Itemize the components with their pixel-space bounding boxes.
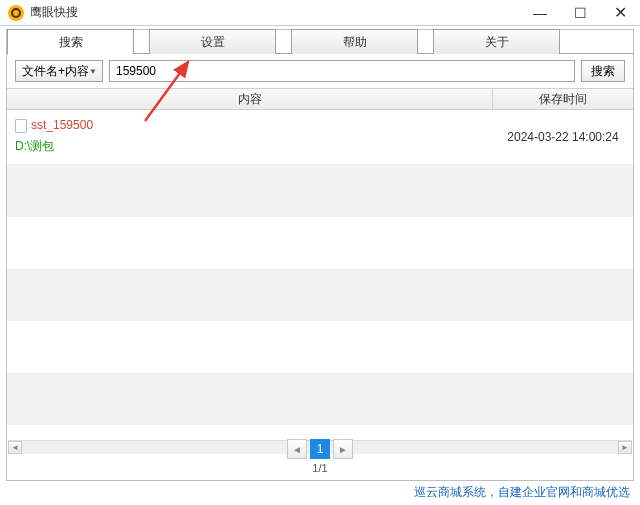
file-icon <box>15 119 27 133</box>
empty-row <box>7 269 633 321</box>
search-input[interactable] <box>109 60 575 82</box>
footer-link[interactable]: 巡云商城系统，自建企业官网和商城优选 <box>414 484 630 501</box>
page-next-button[interactable]: ► <box>333 439 353 459</box>
tab-help[interactable]: 帮助 <box>291 29 418 54</box>
col-time[interactable]: 保存时间 <box>493 89 633 109</box>
page-current[interactable]: 1 <box>310 439 330 459</box>
app-icon <box>8 5 24 21</box>
scope-label: 文件名+内容 <box>22 63 89 80</box>
pager: ◄ 1 ► 1/1 <box>7 439 633 475</box>
close-button[interactable]: ✕ <box>600 0 640 26</box>
maximize-button[interactable]: ☐ <box>560 0 600 26</box>
tab-about[interactable]: 关于 <box>433 29 560 54</box>
page-info: 1/1 <box>7 462 633 474</box>
empty-row <box>7 165 633 217</box>
empty-row <box>7 373 633 425</box>
col-content[interactable]: 内容 <box>7 89 493 109</box>
search-row: 文件名+内容 ▼ 搜索 <box>7 54 633 88</box>
cell-content: sst_159500 D:\测包 <box>7 110 493 164</box>
table-row[interactable]: sst_159500 D:\测包 2024-03-22 14:00:24 <box>7 110 633 165</box>
cell-time: 2024-03-22 14:00:24 <box>493 110 633 164</box>
file-name: sst_159500 <box>31 116 93 135</box>
title-bar: 鹰眼快搜 — ☐ ✕ <box>0 0 640 26</box>
file-line: sst_159500 <box>15 116 485 135</box>
file-path: D:\测包 <box>15 137 485 156</box>
empty-row <box>7 217 633 269</box>
search-button[interactable]: 搜索 <box>581 60 625 82</box>
tab-search[interactable]: 搜索 <box>7 29 134 55</box>
tab-bar: 搜索 设置 帮助 关于 <box>7 29 633 54</box>
results-table[interactable]: sst_159500 D:\测包 2024-03-22 14:00:24 <box>7 110 633 450</box>
empty-row <box>7 321 633 373</box>
tab-settings[interactable]: 设置 <box>149 29 276 54</box>
table-header: 内容 保存时间 <box>7 88 633 110</box>
window-title: 鹰眼快搜 <box>30 4 520 21</box>
scope-dropdown[interactable]: 文件名+内容 ▼ <box>15 60 103 82</box>
page-prev-button[interactable]: ◄ <box>287 439 307 459</box>
chevron-down-icon: ▼ <box>89 67 97 76</box>
minimize-button[interactable]: — <box>520 0 560 26</box>
main-panel: 搜索 设置 帮助 关于 文件名+内容 ▼ 搜索 内容 保存时间 sst_1595… <box>6 29 634 481</box>
